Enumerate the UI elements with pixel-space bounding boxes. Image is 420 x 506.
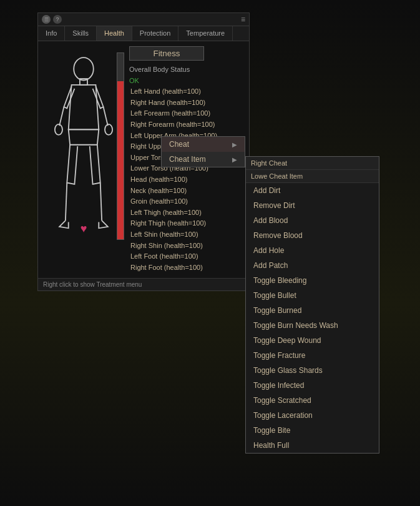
footer-text: Right click to show Treatment menu xyxy=(38,278,249,290)
cheat-option-item[interactable]: Toggle Bite xyxy=(246,423,379,438)
body-part-item[interactable]: Right Hand (health=100) xyxy=(129,97,244,109)
cheat-option-item[interactable]: Toggle Fracture xyxy=(246,348,379,363)
body-part-item[interactable]: Right Foot (health=100) xyxy=(129,262,244,274)
body-figure: ♥ xyxy=(43,46,124,273)
help-icon[interactable]: ? xyxy=(53,15,62,24)
cheat-menu-item-cheatitem[interactable]: Cheat Item ▶ xyxy=(162,152,245,167)
svg-point-2 xyxy=(55,124,62,135)
cheat-option-item[interactable]: Toggle Burn Needs Wash xyxy=(246,318,379,333)
panel-icon: ☰ xyxy=(42,15,51,24)
body-part-item[interactable]: Left Forearm (health=100) xyxy=(129,108,244,119)
filter-icon[interactable]: ≡ xyxy=(241,15,245,24)
cheat-option-item[interactable]: Remove Blood xyxy=(246,228,379,243)
body-part-item[interactable]: Head (health=100) xyxy=(129,174,244,186)
body-status-label: Overall Body Status xyxy=(129,64,244,76)
cheat-option-item[interactable]: Toggle Scratched xyxy=(246,393,379,408)
cheat-options-container: Add DirtRemove DirtAdd BloodRemove Blood… xyxy=(246,183,379,453)
body-part-item[interactable]: Left Foot (health=100) xyxy=(129,251,244,262)
body-part-item[interactable]: Left Hand (health=100) xyxy=(129,86,244,97)
cheat-option-item[interactable]: Toggle Laceration xyxy=(246,408,379,423)
health-bar-fill xyxy=(117,81,124,239)
cheat-item-arrow: ▶ xyxy=(232,156,237,163)
svg-point-0 xyxy=(74,57,94,80)
body-part-item[interactable]: Right Shin (health=100) xyxy=(129,241,244,252)
cheat-option-item[interactable]: Toggle Deep Wound xyxy=(246,333,379,348)
tab-health[interactable]: Health xyxy=(97,26,132,41)
body-part-item[interactable]: Groin (health=100) xyxy=(129,196,244,207)
cheat-label: Cheat xyxy=(169,140,189,149)
cheat-option-item[interactable]: Add Blood xyxy=(246,213,379,228)
cheat-option-item[interactable]: Toggle Bullet xyxy=(246,288,379,303)
cheat-option-item[interactable]: Health Full xyxy=(246,438,379,453)
cheat-item-submenu: Right Cheat Lowe Cheat Item Add DirtRemo… xyxy=(245,156,379,454)
tab-skills[interactable]: Skills xyxy=(65,26,97,41)
cheat-context-menu: Cheat ▶ Cheat Item ▶ xyxy=(161,136,245,167)
cheat-item-header: Right Cheat xyxy=(246,157,379,170)
health-bar-vertical xyxy=(117,52,124,240)
body-part-item[interactable]: Left Shin (health=100) xyxy=(129,229,244,241)
tab-temperature[interactable]: Temperature xyxy=(178,26,233,41)
cheat-item-subheader: Lowe Cheat Item xyxy=(246,170,379,183)
tab-protection[interactable]: Protection xyxy=(132,26,179,41)
tab-bar: Info Skills Health Protection Temperatur… xyxy=(38,26,249,41)
fitness-button[interactable]: Fitness xyxy=(129,46,204,61)
body-part-item[interactable]: Left Thigh (health=100) xyxy=(129,207,244,219)
cheat-option-item[interactable]: Toggle Infected xyxy=(246,378,379,393)
cheat-option-item[interactable]: Toggle Bleeding xyxy=(246,273,379,288)
body-part-item[interactable]: Right Forearm (health=100) xyxy=(129,119,244,131)
cheat-option-item[interactable]: Toggle Burned xyxy=(246,303,379,318)
cheat-option-item[interactable]: Remove Dirt xyxy=(246,198,379,213)
svg-point-3 xyxy=(105,124,112,135)
tab-info[interactable]: Info xyxy=(38,26,65,41)
body-parts-container: Left Hand (health=100)Right Hand (health… xyxy=(129,86,244,273)
body-status-value: OK xyxy=(129,76,244,87)
cheat-option-item[interactable]: Add Patch xyxy=(246,258,379,273)
cheat-option-item[interactable]: Toggle Glass Shards xyxy=(246,363,379,378)
body-part-item[interactable]: Neck (health=100) xyxy=(129,186,244,197)
body-part-item[interactable]: Right Thigh (health=100) xyxy=(129,218,244,229)
cheat-menu-item-cheat[interactable]: Cheat ▶ xyxy=(162,137,245,152)
heart-icon: ♥ xyxy=(81,222,87,236)
cheat-arrow: ▶ xyxy=(232,141,237,148)
cheat-item-label: Cheat Item xyxy=(169,155,206,164)
cheat-option-item[interactable]: Add Dirt xyxy=(246,183,379,198)
title-bar: ☰ ? ≡ xyxy=(38,13,249,26)
cheat-option-item[interactable]: Add Hole xyxy=(246,243,379,258)
